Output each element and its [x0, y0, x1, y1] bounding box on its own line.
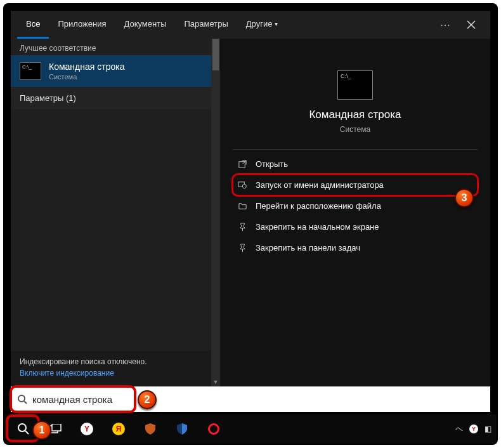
result-subtitle: Система	[49, 73, 124, 81]
search-icon	[17, 394, 27, 404]
taskbar-opera[interactable]	[200, 416, 228, 442]
taskbar: Y Я ヘ Y ◧	[4, 414, 497, 444]
tab-documents[interactable]: Документы	[115, 11, 175, 39]
open-icon	[237, 159, 248, 169]
taskbar-yandex[interactable]: Я	[105, 416, 133, 442]
action-open-location[interactable]: Перейти к расположению файла	[233, 195, 478, 216]
filter-tabs: Все Приложения Документы Параметры Други…	[11, 11, 490, 39]
action-runas-label: Запуск от имени администратора	[256, 180, 384, 190]
action-open-label: Открыть	[256, 159, 288, 169]
details-pane: C:\_ Командная строка Система Открыть За…	[220, 39, 490, 386]
search-bar[interactable]	[11, 386, 490, 412]
admin-shield-icon	[237, 180, 248, 190]
cmd-large-icon: C:\_	[337, 70, 373, 100]
enable-indexing-link[interactable]: Включите индексирование	[20, 369, 114, 378]
details-title: Командная строка	[233, 109, 478, 121]
system-tray[interactable]: ヘ Y ◧	[455, 424, 491, 435]
tab-apps[interactable]: Приложения	[49, 11, 115, 39]
result-title: Командная строка	[49, 62, 124, 72]
cmd-icon: C:\_	[20, 62, 41, 80]
taskbar-app[interactable]	[168, 416, 196, 442]
results-list: Лучшее соответствие C:\_ Командная строк…	[11, 39, 220, 386]
action-pin-task-label: Закрепить на панели задач	[256, 243, 360, 253]
action-run-as-admin[interactable]: Запуск от имени администратора	[233, 175, 478, 195]
pin-icon	[237, 222, 248, 232]
divider	[233, 149, 478, 150]
indexing-notice: Индексирование поиска отключено. Включит…	[11, 351, 220, 386]
svg-point-3	[18, 424, 26, 432]
annotation-badge-3: 3	[455, 188, 474, 208]
search-results-window: Все Приложения Документы Параметры Други…	[11, 11, 490, 386]
action-pin-start-label: Закрепить на начальном экране	[256, 222, 379, 232]
action-pin-taskbar[interactable]: Закрепить на панели задач	[233, 237, 478, 258]
tray-app-icon[interactable]: ◧	[485, 425, 491, 433]
action-open[interactable]: Открыть	[233, 154, 478, 175]
tab-other[interactable]: Другие ▾	[237, 11, 287, 39]
tab-other-label: Другие	[246, 19, 273, 29]
close-button[interactable]	[459, 11, 484, 39]
scroll-down-icon[interactable]: ▼	[211, 378, 220, 386]
result-cmd[interactable]: C:\_ Командная строка Система	[11, 55, 220, 87]
svg-point-2	[18, 395, 25, 402]
tab-all[interactable]: Все	[17, 11, 49, 39]
tab-settings[interactable]: Параметры	[175, 11, 237, 39]
taskbar-security[interactable]	[136, 416, 164, 442]
action-goto-label: Перейти к расположению файла	[256, 201, 381, 211]
more-options-button[interactable]: ⋯	[433, 11, 459, 39]
scrollbar[interactable]: ▲ ▼	[211, 39, 220, 386]
pin-taskbar-icon	[237, 243, 248, 253]
details-subtitle: Система	[233, 125, 478, 134]
scroll-thumb[interactable]	[212, 39, 219, 70]
annotation-badge-2: 2	[138, 390, 157, 409]
chevron-down-icon: ▾	[275, 20, 278, 27]
search-input[interactable]	[32, 394, 484, 405]
taskbar-yandex-browser[interactable]: Y	[73, 416, 101, 442]
indexing-off-text: Индексирование поиска отключено.	[20, 357, 211, 366]
settings-results-row[interactable]: Параметры (1)	[11, 87, 220, 109]
folder-icon	[237, 201, 248, 211]
action-pin-start[interactable]: Закрепить на начальном экране	[233, 216, 478, 237]
annotation-badge-1: 1	[32, 421, 51, 440]
svg-rect-5	[52, 424, 61, 431]
best-match-label: Лучшее соответствие	[11, 39, 220, 55]
tray-chevron-icon[interactable]: ヘ	[455, 424, 463, 435]
tray-yandex-icon[interactable]: Y	[469, 425, 478, 433]
